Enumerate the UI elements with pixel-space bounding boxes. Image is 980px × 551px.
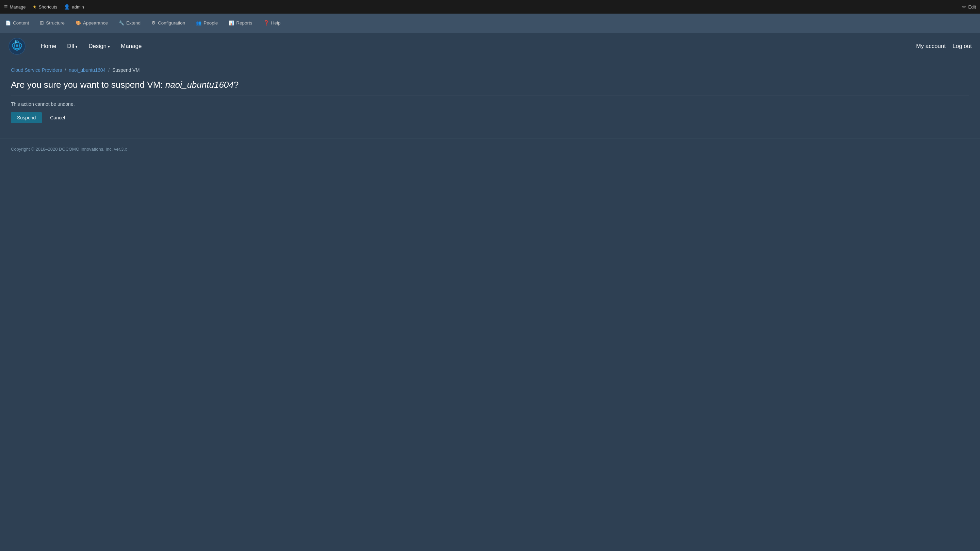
- dil-chevron-icon: [76, 43, 78, 50]
- nav-reports[interactable]: Reports: [223, 14, 258, 33]
- breadcrumb-separator-1: /: [65, 67, 66, 73]
- site-nav-manage[interactable]: Manage: [117, 40, 146, 52]
- star-icon: [33, 5, 37, 10]
- svg-point-4: [14, 41, 17, 43]
- nav-content-label: Content: [13, 21, 29, 25]
- design-label: Design: [89, 43, 107, 50]
- breadcrumb-vm-name[interactable]: naoi_ubuntu1604: [69, 67, 105, 73]
- site-logo[interactable]: [8, 37, 26, 55]
- breadcrumb-current: Suspend VM: [112, 67, 140, 73]
- config-icon: [151, 20, 156, 25]
- manage-menu-item[interactable]: Manage: [4, 3, 26, 11]
- nav-help[interactable]: Help: [258, 14, 286, 33]
- design-chevron-icon: [108, 43, 110, 50]
- nav-help-label: Help: [271, 21, 281, 25]
- dil-label: DIl: [67, 43, 74, 50]
- breadcrumb-separator-2: /: [108, 67, 110, 73]
- content-icon: [5, 21, 11, 25]
- help-icon: [263, 20, 269, 25]
- home-label: Home: [41, 43, 56, 50]
- my-account-link[interactable]: My account: [916, 43, 946, 50]
- log-out-link[interactable]: Log out: [953, 43, 972, 50]
- admin-user-menu-item[interactable]: admin: [64, 4, 84, 10]
- admin-toolbar-left: Manage Shortcuts admin: [4, 3, 84, 11]
- page-content: Cloud Service Providers / naoi_ubuntu160…: [0, 59, 980, 131]
- site-nav-design[interactable]: Design: [84, 40, 114, 52]
- shortcuts-menu-item[interactable]: Shortcuts: [33, 5, 57, 10]
- breadcrumb: Cloud Service Providers / naoi_ubuntu160…: [11, 67, 969, 73]
- breadcrumb-cloud-service-providers[interactable]: Cloud Service Providers: [11, 67, 62, 73]
- title-prefix: Are you sure you want to suspend VM:: [11, 79, 165, 90]
- extend-icon: [119, 21, 124, 25]
- edit-menu-item[interactable]: Edit: [962, 4, 976, 10]
- cancel-button[interactable]: Cancel: [45, 112, 70, 123]
- structure-icon: [40, 20, 44, 25]
- page-title: Are you sure you want to suspend VM: nao…: [11, 79, 969, 96]
- people-icon: [196, 21, 202, 25]
- site-nav: Home DIl Design Manage: [37, 40, 146, 52]
- action-buttons: Suspend Cancel: [11, 112, 969, 123]
- admin-toolbar: Manage Shortcuts admin Edit: [0, 0, 980, 14]
- nav-structure[interactable]: Structure: [34, 14, 70, 33]
- site-header-right: My account Log out: [916, 43, 972, 50]
- nav-extend[interactable]: Extend: [113, 14, 146, 33]
- logo-svg: [8, 37, 26, 55]
- nav-people[interactable]: People: [191, 14, 223, 33]
- site-header: Home DIl Design Manage My account Log ou…: [0, 33, 980, 59]
- nav-extend-label: Extend: [126, 21, 140, 25]
- copyright-text: Copyright © 2018–2020 DOCOMO Innovations…: [11, 147, 127, 152]
- site-nav-dil[interactable]: DIl: [63, 40, 82, 52]
- site-nav-home[interactable]: Home: [37, 40, 60, 52]
- site-header-left: Home DIl Design Manage: [8, 37, 146, 55]
- nav-people-label: People: [204, 21, 218, 25]
- reports-icon: [229, 21, 234, 25]
- hamburger-icon: [4, 3, 8, 11]
- nav-reports-label: Reports: [236, 21, 252, 25]
- manage-label: Manage: [10, 5, 26, 10]
- shortcuts-label: Shortcuts: [39, 5, 57, 10]
- svg-point-3: [16, 44, 18, 47]
- user-icon: [64, 4, 70, 10]
- nav-appearance-label: Appearance: [83, 21, 108, 25]
- appearance-icon: [76, 21, 81, 25]
- main-navigation: Content Structure Appearance Extend Conf…: [0, 14, 980, 33]
- site-footer: Copyright © 2018–2020 DOCOMO Innovations…: [0, 138, 980, 160]
- nav-items: Content Structure Appearance Extend Conf…: [0, 14, 286, 33]
- admin-label: admin: [72, 5, 84, 10]
- title-suffix: ?: [234, 79, 239, 90]
- edit-label: Edit: [969, 5, 976, 10]
- manage-nav-label: Manage: [121, 43, 142, 50]
- pencil-icon: [962, 4, 966, 10]
- suspend-button[interactable]: Suspend: [11, 112, 42, 123]
- nav-structure-label: Structure: [46, 21, 65, 25]
- nav-appearance[interactable]: Appearance: [70, 14, 113, 33]
- warning-text: This action cannot be undone.: [11, 102, 969, 107]
- nav-configuration[interactable]: Configuration: [146, 14, 191, 33]
- nav-content[interactable]: Content: [0, 14, 34, 33]
- nav-configuration-label: Configuration: [158, 21, 185, 25]
- title-vm: naoi_ubuntu1604: [165, 79, 234, 90]
